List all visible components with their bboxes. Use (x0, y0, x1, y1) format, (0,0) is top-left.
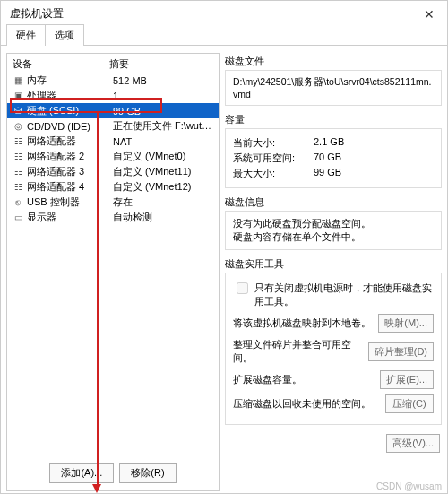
display-icon: ▭ (13, 212, 23, 223)
vm-settings-window: 虚拟机设置 ✕ 硬件 选项 设备 摘要 ▦ 内存 512 MB ▣ 处理器 1 (0, 0, 448, 494)
hardware-list: ▦ 内存 512 MB ▣ 处理器 1 ⛁ 硬盘 (SCSI) 99 GB ◎ … (7, 73, 219, 225)
expand-text: 扩展磁盘容量。 (233, 373, 375, 386)
cpu-icon: ▣ (13, 91, 23, 101)
details-panel: 磁盘文件 D:\my\242501\服务器\toU\srvr04\cts8521… (225, 53, 442, 491)
hw-row-nic1[interactable]: ☷ 网络适配器 NAT (7, 134, 219, 149)
window-title: 虚拟机设置 (10, 6, 64, 22)
hw-row-nic2[interactable]: ☷ 网络适配器 2 自定义 (VMnet0) (7, 149, 219, 164)
map-text: 将该虚拟机磁盘映射到本地卷。 (233, 316, 373, 330)
disk-file-title: 磁盘文件 (225, 55, 442, 68)
power-note-row: 只有关闭虚拟机电源时，才能使用磁盘实用工具。 (233, 282, 434, 308)
tab-hardware[interactable]: 硬件 (6, 24, 46, 46)
nic-icon: ☷ (13, 182, 23, 193)
expand-button[interactable]: 扩展(E)... (380, 370, 434, 389)
dialog-body: 设备 摘要 ▦ 内存 512 MB ▣ 处理器 1 ⛁ 硬盘 (SCSI) 99… (1, 46, 447, 493)
tab-options[interactable]: 选项 (45, 24, 84, 46)
free-space-label: 系统可用空间: (233, 152, 314, 165)
col-device: 设备 (13, 57, 109, 71)
hardware-buttons: 添加(A)... 移除(R) (7, 457, 219, 490)
hw-row-nic3[interactable]: ☷ 网络适配器 3 自定义 (VMnet11) (7, 164, 219, 179)
free-space-value: 70 GB (314, 152, 341, 165)
nic-icon: ☷ (13, 167, 23, 178)
hw-row-cpu[interactable]: ▣ 处理器 1 (7, 88, 219, 103)
hardware-header: 设备 摘要 (7, 54, 219, 73)
advanced-row: 高级(V)... (225, 430, 442, 453)
add-button[interactable]: 添加(A)... (49, 463, 114, 483)
remove-button[interactable]: 移除(R) (119, 463, 176, 483)
map-button[interactable]: 映射(M)... (378, 314, 434, 333)
current-size-value: 2.1 GB (314, 136, 344, 150)
disk-info-title: 磁盘信息 (225, 195, 442, 209)
disk-file-box: D:\my\242501\服务器\toU\srvr04\cts852111mn.… (225, 70, 442, 106)
compact-button[interactable]: 压缩(C) (385, 394, 434, 413)
max-size-label: 最大大小: (233, 167, 314, 180)
disk-tools-title: 磁盘实用工具 (225, 257, 442, 271)
hw-row-memory[interactable]: ▦ 内存 512 MB (7, 73, 219, 88)
hw-row-nic4[interactable]: ☷ 网络适配器 4 自定义 (VMnet12) (7, 179, 219, 195)
hw-row-disk[interactable]: ⛁ 硬盘 (SCSI) 99 GB (7, 103, 219, 118)
disk-info-box: 没有为此硬盘预分配磁盘空间。 硬盘内容存储在单个文件中。 (225, 211, 442, 250)
max-size-value: 99 GB (314, 167, 341, 180)
hw-row-usb[interactable]: ⎋ USB 控制器 存在 (7, 195, 219, 210)
hw-row-display[interactable]: ▭ 显示器 自动检测 (7, 210, 219, 225)
hw-row-cd[interactable]: ◎ CD/DVD (IDE) 正在使用文件 F:\wutool\Cent... (7, 118, 219, 134)
current-size-label: 当前大小: (233, 136, 314, 150)
advanced-button[interactable]: 高级(V)... (386, 434, 440, 453)
power-note-text: 只有关闭虚拟机电源时，才能使用磁盘实用工具。 (254, 282, 434, 308)
disk-icon: ⛁ (13, 106, 23, 117)
capacity-box: 当前大小:2.1 GB 系统可用空间:70 GB 最大大小:99 GB (225, 128, 442, 188)
defrag-button[interactable]: 碎片整理(D) (368, 342, 434, 361)
memory-icon: ▦ (13, 75, 23, 86)
disk-tools-box: 只有关闭虚拟机电源时，才能使用磁盘实用工具。 将该虚拟机磁盘映射到本地卷。 映射… (225, 273, 442, 425)
nic-icon: ☷ (13, 152, 23, 162)
defrag-text: 整理文件碎片并整合可用空间。 (233, 338, 363, 365)
cd-icon: ◎ (13, 121, 23, 132)
hardware-panel: 设备 摘要 ▦ 内存 512 MB ▣ 处理器 1 ⛁ 硬盘 (SCSI) 99… (6, 53, 220, 491)
power-note-checkbox (237, 282, 248, 294)
usb-icon: ⎋ (13, 197, 23, 208)
tabstrip: 硬件 选项 (1, 23, 447, 46)
nic-icon: ☷ (13, 136, 23, 147)
col-summary: 摘要 (109, 57, 129, 71)
watermark: CSDN @wusam (376, 481, 442, 491)
disk-file-path: D:\my\242501\服务器\toU\srvr04\cts852111mn.… (233, 76, 434, 100)
disk-info-line1: 没有为此硬盘预分配磁盘空间。 (233, 217, 434, 230)
capacity-title: 容量 (225, 113, 442, 126)
compact-text: 压缩磁盘以回收未使用的空间。 (233, 397, 380, 411)
close-icon[interactable]: ✕ (418, 7, 440, 22)
titlebar: 虚拟机设置 ✕ (1, 1, 447, 23)
disk-info-line2: 硬盘内容存储在单个文件中。 (233, 230, 434, 244)
